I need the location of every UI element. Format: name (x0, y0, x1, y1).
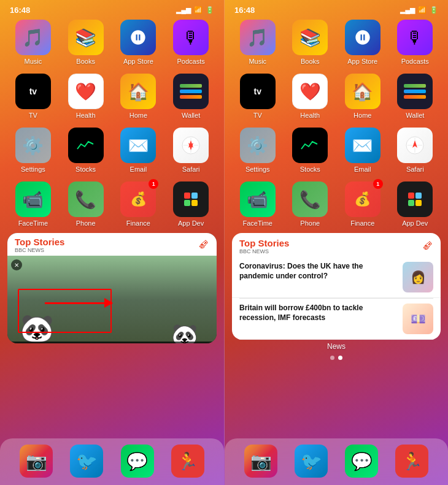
app-stocks-label-left: Stocks (75, 166, 96, 173)
dock-messages-left[interactable]: 💬 (121, 445, 154, 478)
app-facetime-label-left: FaceTime (18, 220, 48, 227)
app-facetime-left[interactable]: 📹 FaceTime (11, 181, 55, 227)
app-phone-right[interactable]: 📞 Phone (288, 181, 333, 227)
app-settings-icon-left: ⚙️ (15, 128, 51, 163)
app-facetime-icon-right: 📹 (240, 181, 276, 217)
widget-title-left: Top Stories (15, 237, 64, 247)
news-item-1[interactable]: Coronavirus: Does the UK have the pandem… (232, 257, 441, 298)
news-item-2[interactable]: Britain will borrow £400bn to tackle rec… (232, 299, 441, 340)
app-appstore-left[interactable]: App Store (117, 20, 161, 65)
app-appstore-label-left: App Store (123, 58, 153, 65)
app-finance-right[interactable]: 💰 1 Finance (341, 181, 385, 227)
instagram-icon-left: 📷 (20, 445, 53, 478)
app-appdev-icon-left (173, 181, 209, 217)
time-right: 16:48 (234, 6, 255, 15)
app-email-icon-right: ✉️ (345, 128, 380, 163)
dock-right: 📷 🐦 💬 🏃 (225, 438, 448, 485)
app-tv-right[interactable]: tv TV (236, 74, 280, 119)
instagram-icon-right: 📷 (244, 445, 277, 478)
app-settings-label-left: Settings (21, 166, 45, 173)
app-home-icon-right: 🏠 (345, 74, 380, 109)
app-stocks-left[interactable]: Stocks (64, 128, 108, 173)
app-settings-left[interactable]: ⚙️ Settings (11, 128, 55, 173)
close-button-left[interactable]: ✕ (11, 259, 22, 270)
news-logo-left: 🗞 (198, 239, 209, 251)
dock-twitter-right[interactable]: 🐦 (295, 445, 328, 478)
app-safari-left[interactable]: Safari (169, 128, 213, 173)
app-health-left[interactable]: ❤️ Health (64, 74, 108, 119)
app-music-left[interactable]: 🎵 Music (11, 20, 55, 65)
dock-instagram-right[interactable]: 📷 (244, 445, 277, 478)
app-health-label-right: Health (300, 112, 320, 119)
app-settings-right[interactable]: ⚙️ Settings (236, 128, 280, 173)
app-home-left[interactable]: 🏠 Home (117, 74, 161, 119)
app-books-right[interactable]: 📚 Books (288, 20, 333, 65)
dock-instagram-left[interactable]: 📷 (20, 445, 53, 478)
app-email-left[interactable]: ✉️ Email (117, 128, 161, 173)
app-appstore-right[interactable]: App Store (341, 20, 385, 65)
app-music-right[interactable]: 🎵 Music (236, 20, 280, 65)
dock-messages-right[interactable]: 💬 (345, 445, 378, 478)
twitter-icon-right: 🐦 (295, 445, 328, 478)
finance-badge-right: 1 (373, 179, 383, 189)
app-tv-left[interactable]: tv TV (11, 74, 55, 119)
app-home-right[interactable]: 🏠 Home (341, 74, 385, 119)
app-podcasts-label-right: Podcasts (401, 58, 429, 65)
app-phone-left[interactable]: 📞 Phone (64, 181, 108, 227)
app-home-label-left: Home (129, 112, 147, 119)
video-controls-left[interactable]: ↺15 ⏸ ↻15 (7, 342, 217, 343)
finance-badge-left: 1 (149, 179, 158, 189)
app-grid-right: 🎵 Music 📚 Books App Store 🎙 Podcasts tv … (225, 17, 448, 233)
app-books-label-left: Books (76, 58, 95, 65)
news-label-right: News (225, 340, 448, 352)
app-books-left[interactable]: 📚 Books (64, 20, 108, 65)
app-finance-icon-left: 💰 1 (120, 181, 156, 217)
red-arrow (45, 302, 112, 304)
news-logo-right: 🗞 (422, 240, 433, 253)
status-icons-left: ▂▄▆ 📶 🔋 (176, 6, 214, 14)
app-appdev-left[interactable]: App Dev (169, 181, 213, 227)
app-email-right[interactable]: ✉️ Email (341, 128, 385, 173)
app-safari-icon-right (397, 128, 433, 163)
app-phone-label-left: Phone (76, 220, 96, 227)
app-health-right[interactable]: ❤️ Health (288, 74, 333, 119)
app-podcasts-right[interactable]: 🎙 Podcasts (393, 20, 438, 65)
app-wallet-right[interactable]: Wallet (393, 74, 438, 119)
app-stocks-label-right: Stocks (300, 166, 320, 173)
battery-icon-right: 🔋 (430, 6, 438, 14)
app-music-icon-right: 🎵 (240, 20, 276, 55)
news-thumb-1: 👩 (403, 262, 433, 292)
dock-fitness-left[interactable]: 🏃 (171, 445, 204, 478)
app-tv-icon-left: tv (15, 74, 51, 109)
news-headline-1: Coronavirus: Does the UK have the pandem… (239, 262, 398, 281)
fitness-icon-left: 🏃 (171, 445, 204, 478)
app-facetime-label-right: FaceTime (243, 220, 273, 227)
app-podcasts-left[interactable]: 🎙 Podcasts (169, 20, 213, 65)
dot-1 (330, 356, 334, 360)
app-tv-label-left: TV (29, 112, 37, 119)
app-home-icon-left: 🏠 (120, 74, 156, 109)
app-email-icon-left: ✉️ (120, 128, 156, 163)
app-appdev-label-right: App Dev (402, 220, 428, 227)
dock-twitter-left[interactable]: 🐦 (70, 445, 103, 478)
app-stocks-icon-left (68, 128, 104, 163)
app-facetime-right[interactable]: 📹 FaceTime (236, 181, 280, 227)
app-books-label-right: Books (301, 58, 320, 65)
app-safari-right[interactable]: Safari (393, 128, 438, 173)
signal-icon-right: ▂▄▆ (400, 6, 415, 14)
app-tv-icon-right: tv (240, 74, 276, 109)
app-wallet-left[interactable]: Wallet (169, 74, 213, 119)
app-wallet-icon-right (397, 74, 433, 109)
app-appdev-right[interactable]: App Dev (393, 181, 438, 227)
app-finance-left[interactable]: 💰 1 Finance (117, 181, 161, 227)
dock-fitness-right[interactable]: 🏃 (395, 445, 428, 478)
app-safari-label-right: Safari (406, 166, 424, 173)
app-appstore-label-right: App Store (347, 58, 377, 65)
app-appstore-icon-right (345, 20, 380, 55)
app-wallet-icon-left (173, 74, 209, 109)
app-stocks-right[interactable]: Stocks (288, 128, 333, 173)
app-wallet-label-right: Wallet (406, 112, 424, 119)
app-stocks-icon-right (292, 128, 328, 163)
widget-title-right: Top Stories (239, 238, 289, 248)
app-finance-icon-right: 💰 1 (345, 181, 380, 217)
